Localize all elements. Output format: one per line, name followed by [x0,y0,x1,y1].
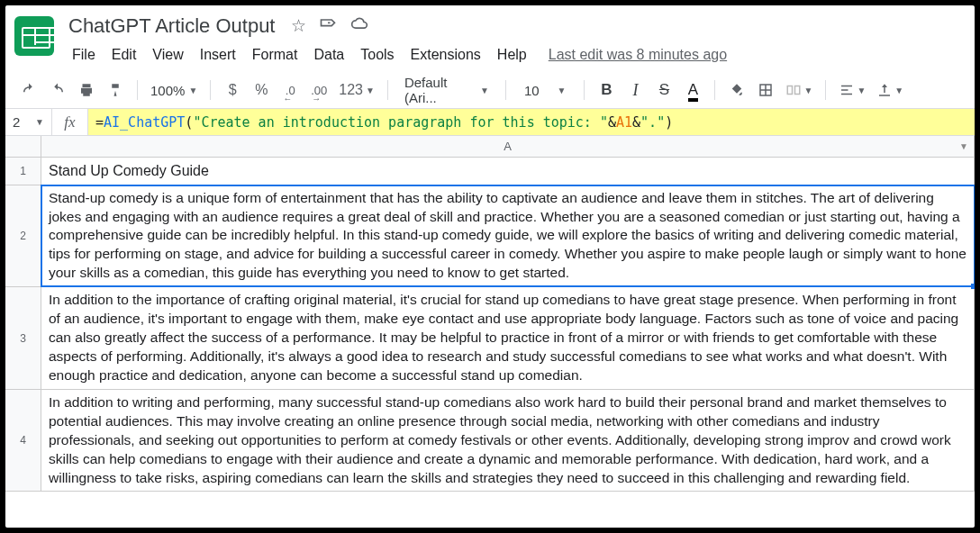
last-edit-link[interactable]: Last edit was 8 minutes ago [549,47,727,63]
separator [387,80,388,100]
row-header-2[interactable]: 2 [5,185,41,287]
cell-a4[interactable]: In addition to writing and performing, m… [41,390,975,492]
vertical-align-button[interactable]: ▼ [873,77,907,103]
title-bar: ChatGPT Article Output ☆ File Edit View … [5,5,975,67]
horizontal-align-button[interactable]: ▼ [835,77,869,103]
borders-button[interactable] [753,77,778,103]
formula-input[interactable]: =AI_ChatGPT("Create an introduction para… [88,109,975,135]
row-header-4[interactable]: 4 [5,390,41,492]
toolbar: 100%▼ $ % .0← .00→ 123▼ Default (Ari...▼… [5,72,975,109]
menu-help[interactable]: Help [490,43,534,67]
currency-button[interactable]: $ [220,77,245,103]
cell-a2[interactable]: Stand-up comedy is a unique form of ente… [41,185,975,287]
star-icon[interactable]: ☆ [291,15,306,38]
menu-format[interactable]: Format [245,43,305,67]
spreadsheet-grid[interactable]: A▼ 1 Stand Up Comedy Guide 2 Stand-up co… [5,136,975,528]
svg-rect-1 [788,86,793,95]
menu-insert[interactable]: Insert [193,43,243,67]
bold-button[interactable]: B [594,77,619,103]
strikethrough-button[interactable]: S [651,77,676,103]
percent-button[interactable]: % [249,77,274,103]
text-color-button[interactable]: A [680,77,705,103]
select-all-corner[interactable] [5,136,41,157]
merge-cells-button[interactable]: ▼ [782,77,816,103]
increase-decimals-button[interactable]: .00→ [306,77,331,103]
move-icon[interactable] [319,15,337,38]
separator [714,80,715,100]
cloud-icon[interactable] [349,15,369,38]
more-formats-button[interactable]: 123▼ [335,77,378,103]
menu-file[interactable]: File [65,43,103,67]
fill-color-button[interactable] [724,77,749,103]
separator [505,80,506,100]
fx-icon: fx [52,109,88,135]
formula-bar: 2▼ fx =AI_ChatGPT("Create an introductio… [5,109,975,136]
paint-format-button[interactable] [103,77,128,103]
zoom-select[interactable]: 100%▼ [147,77,201,103]
menu-bar: File Edit View Insert Format Data Tools … [65,43,966,67]
doc-title[interactable]: ChatGPT Article Output [65,13,278,40]
undo-button[interactable] [16,77,41,103]
column-header-a[interactable]: A▼ [41,136,975,157]
redo-button[interactable] [45,77,70,103]
separator [210,80,211,100]
decrease-decimals-button[interactable]: .0← [277,77,303,103]
row-header-3[interactable]: 3 [5,287,41,389]
separator [825,80,826,100]
menu-edit[interactable]: Edit [104,43,144,67]
app-window: ChatGPT Article Output ☆ File Edit View … [5,5,975,528]
cell-a1[interactable]: Stand Up Comedy Guide [41,158,975,185]
cell-a3[interactable]: In addition to the importance of craftin… [41,287,975,389]
font-size-select[interactable]: 10▼ [515,77,576,103]
separator [137,80,138,100]
row-header-1[interactable]: 1 [5,158,41,185]
menu-data[interactable]: Data [306,43,351,67]
menu-extensions[interactable]: Extensions [404,43,488,67]
print-button[interactable] [74,77,99,103]
svg-rect-2 [795,86,800,95]
menu-tools[interactable]: Tools [353,43,401,67]
separator [584,80,585,100]
italic-button[interactable]: I [622,77,648,103]
menu-view[interactable]: View [145,43,190,67]
sheets-logo[interactable] [14,16,54,56]
name-box[interactable]: 2▼ [5,109,52,135]
font-select[interactable]: Default (Ari...▼ [397,77,496,103]
